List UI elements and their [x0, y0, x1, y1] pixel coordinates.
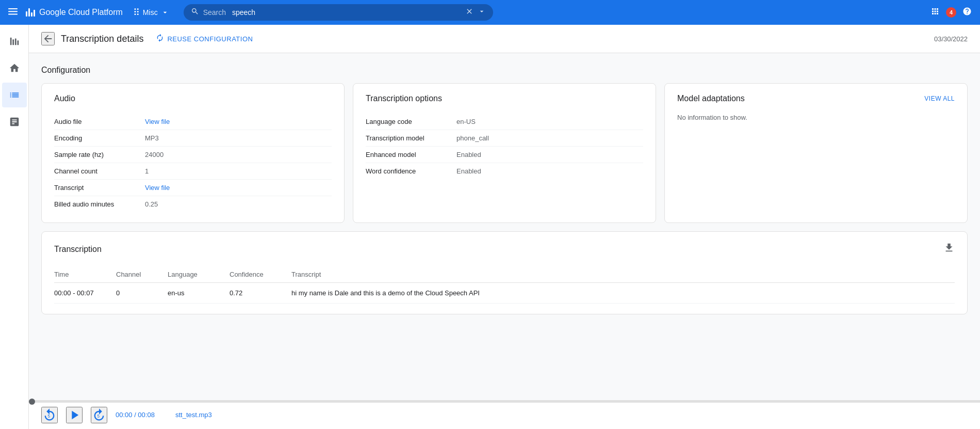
sidebar-item-dashboard[interactable]	[2, 29, 27, 54]
search-icon	[191, 7, 199, 18]
encoding-label: Encoding	[54, 134, 137, 142]
language-code-row: Language code en-US	[366, 114, 643, 130]
view-all-button[interactable]: VIEW ALL	[924, 95, 955, 102]
sidebar-item-home[interactable]	[2, 56, 27, 81]
svg-rect-1	[8, 11, 18, 12]
grid-icon[interactable]	[928, 5, 942, 21]
col-language: Language	[168, 266, 230, 283]
audio-card: Audio Audio file View file Encoding MP3 …	[41, 83, 345, 223]
word-confidence-label: Word confidence	[366, 167, 448, 175]
reuse-config-label: REUSE CONFIGURATION	[167, 35, 253, 43]
transcription-model-row: Transcription model phone_call	[366, 130, 643, 147]
nav-right-actions: 4	[928, 5, 974, 21]
enhanced-model-row: Enhanced model Enabled	[366, 147, 643, 163]
transcription-model-label: Transcription model	[366, 134, 448, 142]
page-header: Transcription details REUSE CONFIGURATIO…	[29, 25, 980, 53]
audio-card-title: Audio	[54, 94, 332, 103]
page-body: Configuration Audio Audio file View file…	[29, 53, 980, 327]
encoding-value: MP3	[145, 134, 159, 142]
model-adaptations-title: Model adaptations	[677, 94, 745, 103]
main-content: Transcription details REUSE CONFIGURATIO…	[29, 25, 980, 327]
transcript-row: Transcript View file	[54, 180, 332, 196]
sample-rate-value: 24000	[145, 151, 164, 158]
project-name: Misc	[143, 8, 158, 17]
notification-count: 4	[946, 7, 956, 18]
cell-time: 00:00 - 00:07	[54, 283, 116, 304]
svg-rect-3	[10, 38, 11, 45]
billed-audio-row: Billed audio minutes 0.25	[54, 196, 332, 212]
table-row: 00:00 - 00:070en-us0.72hi my name is Dal…	[54, 283, 955, 304]
search-clear-icon[interactable]	[465, 7, 473, 18]
transcription-header: Transcription	[54, 242, 955, 256]
app-title: Google Cloud Platform	[39, 8, 123, 17]
no-info-text: No information to show.	[677, 114, 955, 121]
notifications-button[interactable]: 4	[946, 7, 956, 18]
sidebar-item-list[interactable]	[2, 83, 27, 107]
language-code-label: Language code	[366, 118, 448, 125]
svg-rect-5	[14, 39, 16, 45]
enhanced-model-label: Enhanced model	[366, 151, 448, 158]
app-logo: Google Cloud Platform	[26, 8, 123, 17]
sample-rate-label: Sample rate (hz)	[54, 151, 137, 158]
transcript-table: Time Channel Language Confidence Transcr…	[54, 266, 955, 304]
chart-icon	[9, 116, 20, 128]
col-time: Time	[54, 266, 116, 283]
back-button[interactable]	[41, 32, 55, 45]
word-confidence-value: Enabled	[456, 167, 481, 175]
svg-rect-6	[17, 40, 19, 45]
transcription-options-title: Transcription options	[366, 94, 643, 103]
reuse-icon	[156, 34, 164, 44]
audio-file-link[interactable]: View file	[145, 118, 170, 125]
model-adaptations-card: Model adaptations VIEW ALL No informatio…	[664, 83, 968, 223]
billed-audio-label: Billed audio minutes	[54, 200, 137, 208]
project-icon: ⠿	[133, 7, 140, 18]
audio-file-row: Audio file View file	[54, 114, 332, 130]
reuse-config-button[interactable]: REUSE CONFIGURATION	[156, 34, 253, 44]
channel-count-row: Channel count 1	[54, 163, 332, 180]
search-dropdown-icon[interactable]	[478, 7, 486, 18]
logo-icon	[26, 8, 35, 17]
svg-rect-0	[8, 8, 18, 9]
col-confidence: Confidence	[230, 266, 291, 283]
encoding-row: Encoding MP3	[54, 130, 332, 147]
hamburger-icon[interactable]	[6, 5, 20, 21]
svg-rect-4	[12, 39, 14, 45]
transcription-model-value: phone_call	[456, 134, 489, 142]
project-selector[interactable]: ⠿ Misc	[133, 7, 169, 18]
enhanced-model-value: Enabled	[456, 151, 481, 158]
chevron-down-icon	[161, 8, 169, 17]
home-icon	[9, 62, 20, 74]
cell-transcript: hi my name is Dale and this is a demo of…	[291, 283, 955, 304]
page-title: Transcription details	[61, 34, 143, 44]
svg-rect-2	[8, 13, 18, 14]
transcription-options-card: Transcription options Language code en-U…	[353, 83, 656, 223]
search-input[interactable]	[232, 8, 461, 17]
transcription-card: Transcription Time Channel Language Conf…	[41, 231, 968, 314]
word-confidence-row: Word confidence Enabled	[366, 163, 643, 179]
search-label: Search	[203, 8, 226, 17]
cell-channel: 0	[116, 283, 168, 304]
model-adaptations-header: Model adaptations VIEW ALL	[677, 94, 955, 103]
download-icon[interactable]	[943, 242, 955, 256]
language-code-value: en-US	[456, 118, 476, 125]
configuration-section-title: Configuration	[41, 66, 968, 75]
transcript-label: Transcript	[54, 184, 137, 192]
cell-confidence: 0.72	[230, 283, 291, 304]
table-header-row: Time Channel Language Confidence Transcr…	[54, 266, 955, 283]
list-icon	[9, 89, 20, 101]
audio-file-label: Audio file	[54, 118, 137, 125]
sample-rate-row: Sample rate (hz) 24000	[54, 147, 332, 163]
sidebar	[0, 25, 29, 327]
col-channel: Channel	[116, 266, 168, 283]
bars-icon	[9, 36, 20, 47]
billed-audio-value: 0.25	[145, 200, 158, 208]
cell-language: en-us	[168, 283, 230, 304]
channel-count-value: 1	[145, 167, 149, 175]
transcript-link[interactable]: View file	[145, 184, 170, 192]
help-icon[interactable]	[960, 5, 974, 21]
transcription-card-title: Transcription	[54, 245, 102, 254]
channel-count-label: Channel count	[54, 167, 137, 175]
page-date: 03/30/2022	[934, 35, 968, 43]
sidebar-item-analytics[interactable]	[2, 109, 27, 134]
col-transcript: Transcript	[291, 266, 955, 283]
